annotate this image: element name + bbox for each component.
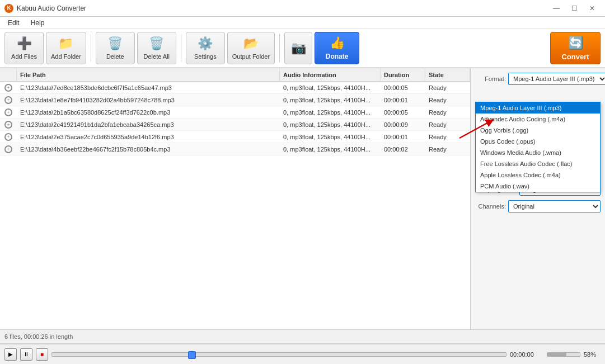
- title-bar: K Kabuu Audio Converter — ☐ ✕: [0, 0, 605, 17]
- volume-slider[interactable]: [547, 352, 580, 357]
- file-list-area: File Path Audio Information Duration Sta…: [0, 68, 471, 329]
- dropdown-item[interactable]: Windows Media Audio (.wma): [476, 147, 600, 158]
- table-row[interactable]: + E:\123\data\2e375acae2c7c0d655935a9de1…: [0, 131, 470, 143]
- row-audio-info: 0, mp3float, 125kbps, 44100H...: [280, 143, 381, 155]
- row-state: Ready: [425, 106, 470, 118]
- table-row[interactable]: + E:\123\data\7ed8ce1853bde6dcbc6f7f5a1c…: [0, 82, 470, 94]
- dropdown-item[interactable]: Mpeg-1 Audio Layer III (.mp3): [476, 102, 600, 114]
- row-duration: 00:00:02: [381, 143, 425, 155]
- col-header-filepath: File Path: [17, 68, 280, 81]
- dropdown-item[interactable]: Opus Codec (.opus): [476, 136, 600, 147]
- format-label: Format:: [475, 75, 506, 82]
- delete-button[interactable]: 🗑️ Delete: [96, 32, 135, 64]
- row-filepath: E:\123\data\1e8e7fb94103282d02a4bb597248…: [17, 94, 280, 106]
- delete-all-icon: 🗑️: [149, 36, 164, 51]
- dropdown-item[interactable]: Ogg Vorbis (.ogg): [476, 125, 600, 136]
- camera-icon: 📷: [291, 41, 306, 55]
- col-header-audio-info: Audio Information: [280, 68, 381, 81]
- col-header-duration: Duration: [381, 68, 425, 81]
- volume-percentage: 58%: [584, 351, 601, 358]
- row-expand-icon[interactable]: +: [4, 96, 12, 104]
- row-icon-cell: +: [0, 82, 17, 93]
- menu-bar: Edit Help: [0, 17, 605, 29]
- row-state: Ready: [425, 143, 470, 155]
- row-filepath: E:\123\data\4b36eebf22be4667fc2f15b78c80…: [17, 143, 280, 155]
- format-select[interactable]: Mpeg-1 Audio Layer III (.mp3): [508, 73, 605, 85]
- settings-button[interactable]: ⚙️ Settings: [186, 32, 225, 64]
- add-files-label: Add Files: [11, 53, 37, 60]
- menu-edit[interactable]: Edit: [2, 18, 25, 28]
- camera-icon-btn[interactable]: 📷: [284, 32, 312, 64]
- settings-label: Settings: [194, 53, 217, 60]
- channels-row: Channels: Original: [475, 200, 601, 212]
- toolbar: ➕ Add Files 📁 Add Folder 🗑️ Delete 🗑️ De…: [0, 29, 605, 68]
- maximize-button[interactable]: ☐: [566, 3, 583, 14]
- add-folder-button[interactable]: 📁 Add Folder: [46, 32, 86, 64]
- donate-button[interactable]: 👍 Donate: [315, 32, 359, 64]
- row-audio-info: 0, mp3float, 125kbps, 44100H...: [280, 82, 381, 93]
- row-filepath: E:\123\data\7ed8ce1853bde6dcbc6f7f5a1c65…: [17, 82, 280, 93]
- dropdown-item[interactable]: Apple Lossless Codec (.m4a): [476, 169, 600, 181]
- row-icon-cell: +: [0, 131, 17, 143]
- add-files-icon: ➕: [17, 36, 32, 51]
- row-state: Ready: [425, 131, 470, 143]
- add-folder-label: Add Folder: [51, 53, 81, 60]
- row-expand-icon[interactable]: +: [4, 121, 12, 129]
- row-icon-cell: +: [0, 143, 17, 155]
- dropdown-item[interactable]: PCM Audio (.wav): [476, 181, 600, 192]
- channels-select[interactable]: Original: [508, 200, 601, 212]
- row-audio-info: 0, mp3float, 125kbps, 44100H...: [280, 106, 381, 118]
- delete-label: Delete: [106, 53, 124, 60]
- row-expand-icon[interactable]: +: [4, 133, 12, 141]
- window-controls: — ☐ ✕: [548, 3, 601, 14]
- convert-button[interactable]: 🔄 Convert: [550, 32, 601, 64]
- donate-label: Donate: [326, 53, 349, 60]
- toolbar-separator-3: [279, 34, 280, 62]
- donate-icon: 👍: [330, 36, 345, 50]
- menu-help[interactable]: Help: [25, 18, 50, 28]
- time-display: 00:00:00: [510, 351, 543, 358]
- row-filepath: E:\123\data\2b1a5bc63580d8625cf24ff3d762…: [17, 106, 280, 118]
- minimize-button[interactable]: —: [548, 3, 565, 14]
- row-duration: 00:00:09: [381, 119, 425, 130]
- table-body: + E:\123\data\7ed8ce1853bde6dcbc6f7f5a1c…: [0, 82, 470, 329]
- main-content: File Path Audio Information Duration Sta…: [0, 68, 605, 329]
- progress-bar[interactable]: [51, 352, 506, 357]
- row-expand-icon[interactable]: +: [4, 145, 12, 153]
- row-state: Ready: [425, 82, 470, 93]
- col-header-icon: [0, 68, 17, 81]
- convert-icon: 🔄: [568, 36, 583, 50]
- title-bar-left: K Kabuu Audio Converter: [4, 4, 86, 13]
- row-duration: 00:00:05: [381, 106, 425, 118]
- table-row[interactable]: + E:\123\data\1e8e7fb94103282d02a4bb5972…: [0, 94, 470, 106]
- row-audio-info: 0, mp3float, 125kbps, 44100H...: [280, 131, 381, 143]
- convert-label: Convert: [561, 53, 589, 61]
- title-bar-text: Kabuu Audio Converter: [17, 4, 86, 12]
- dropdown-item[interactable]: Free Lossless Audio Codec (.flac): [476, 158, 600, 169]
- add-files-button[interactable]: ➕ Add Files: [4, 32, 44, 64]
- toolbar-separator-2: [181, 34, 181, 62]
- table-row[interactable]: + E:\123\data\4b36eebf22be4667fc2f15b78c…: [0, 143, 470, 155]
- channels-label: Channels:: [475, 203, 506, 210]
- format-dropdown[interactable]: Mpeg-1 Audio Layer III (.mp3)Advandec Au…: [475, 102, 601, 192]
- output-folder-button[interactable]: 📂 Output Folder: [227, 32, 275, 64]
- row-duration: 00:00:05: [381, 82, 425, 93]
- progress-thumb[interactable]: [188, 351, 196, 359]
- row-expand-icon[interactable]: +: [4, 84, 12, 92]
- table-row[interactable]: + E:\123\data\2b1a5bc63580d8625cf24ff3d7…: [0, 106, 470, 119]
- table-row[interactable]: + E:\123\data\2c41921491b1da2bfa1ebcaba3…: [0, 119, 470, 131]
- output-folder-label: Output Folder: [232, 53, 270, 60]
- row-icon-cell: +: [0, 119, 17, 130]
- row-icon-cell: +: [0, 106, 17, 118]
- stop-button[interactable]: ■: [36, 348, 48, 361]
- row-audio-info: 0, mp3float, 125kbps, 44100H...: [280, 119, 381, 130]
- col-header-state: State: [425, 68, 470, 81]
- dropdown-item[interactable]: Advandec Audio Coding (.m4a): [476, 114, 600, 125]
- delete-all-button[interactable]: 🗑️ Delete All: [137, 32, 176, 64]
- row-expand-icon[interactable]: +: [4, 108, 12, 116]
- play-button[interactable]: ▶: [4, 348, 17, 361]
- pause-button[interactable]: ⏸: [20, 348, 32, 361]
- status-text: 6 files, 00:00:26 in length: [4, 333, 73, 340]
- row-icon-cell: +: [0, 94, 17, 106]
- close-button[interactable]: ✕: [584, 3, 601, 14]
